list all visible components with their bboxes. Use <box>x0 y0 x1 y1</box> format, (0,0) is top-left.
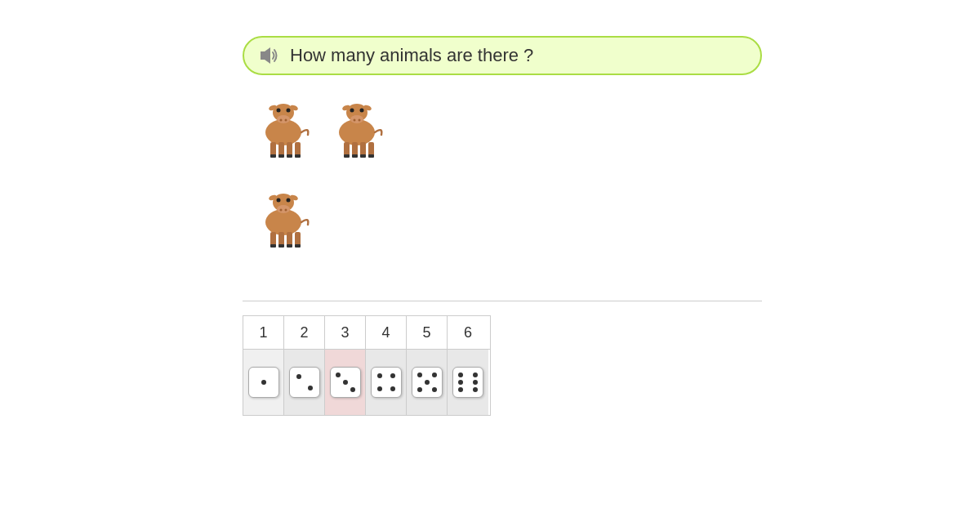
svg-point-38 <box>277 199 281 203</box>
dice-option-6[interactable] <box>448 350 488 415</box>
section-divider <box>243 301 762 301</box>
svg-point-21 <box>350 109 354 113</box>
grid-header: 1 2 3 4 5 6 <box>243 316 490 350</box>
svg-rect-32 <box>368 154 374 158</box>
grid-body <box>243 350 490 415</box>
header-2: 2 <box>284 316 325 349</box>
dice-face-6 <box>452 367 483 398</box>
header-6: 6 <box>448 316 488 349</box>
svg-point-50 <box>280 209 283 212</box>
question-box: How many animals are there ? <box>243 36 762 75</box>
svg-rect-30 <box>352 154 358 158</box>
svg-point-4 <box>277 109 281 113</box>
svg-rect-29 <box>344 154 350 158</box>
svg-rect-47 <box>278 244 284 248</box>
svg-point-39 <box>287 199 291 203</box>
svg-point-37 <box>277 205 290 213</box>
dice-face-3 <box>330 367 361 398</box>
svg-point-16 <box>280 119 283 122</box>
dice-option-1[interactable] <box>243 350 284 415</box>
svg-point-20 <box>350 115 363 123</box>
svg-rect-46 <box>270 244 276 248</box>
dice-face-4 <box>371 367 402 398</box>
dice-face-1 <box>248 367 279 398</box>
dice-option-3[interactable] <box>325 350 366 415</box>
animal-3 <box>251 180 316 253</box>
svg-point-3 <box>277 115 290 123</box>
svg-point-17 <box>285 119 287 122</box>
svg-point-33 <box>354 119 356 122</box>
svg-marker-0 <box>261 47 270 64</box>
svg-rect-12 <box>270 154 276 158</box>
header-4: 4 <box>366 316 407 349</box>
svg-rect-48 <box>287 244 292 248</box>
svg-point-5 <box>287 109 291 113</box>
animals-area <box>243 90 447 270</box>
svg-rect-13 <box>278 154 284 158</box>
question-text: How many animals are there ? <box>290 45 533 66</box>
svg-rect-15 <box>295 154 301 158</box>
speaker-icon[interactable] <box>257 44 280 67</box>
svg-rect-31 <box>360 154 366 158</box>
svg-rect-49 <box>295 244 301 248</box>
answer-grid: 1 2 3 4 5 6 <box>243 315 491 416</box>
animal-2 <box>324 90 390 163</box>
header-1: 1 <box>243 316 284 349</box>
dice-option-4[interactable] <box>366 350 407 415</box>
dice-face-2 <box>289 367 320 398</box>
dice-option-5[interactable] <box>407 350 448 415</box>
svg-point-22 <box>360 109 364 113</box>
svg-point-34 <box>359 119 361 122</box>
animal-1 <box>251 90 316 163</box>
header-3: 3 <box>325 316 366 349</box>
dice-option-2[interactable] <box>284 350 325 415</box>
dice-face-5 <box>412 367 443 398</box>
svg-rect-14 <box>287 154 292 158</box>
header-5: 5 <box>407 316 448 349</box>
svg-point-51 <box>285 209 287 212</box>
